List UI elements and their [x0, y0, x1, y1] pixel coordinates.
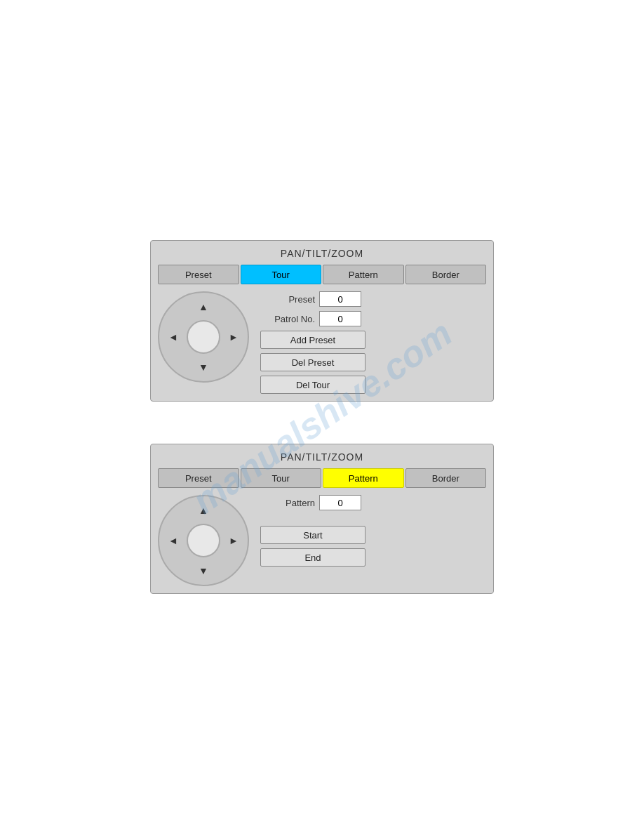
- tab-panel1-border[interactable]: Border: [405, 265, 487, 284]
- joystick-1: ▲ ▼ ◄ ►: [158, 291, 249, 383]
- del-tour-button[interactable]: Del Tour: [260, 376, 365, 394]
- arrow-left-2[interactable]: ◄: [163, 531, 183, 550]
- panel-2-title: PAN/TILT/ZOOM: [158, 451, 486, 463]
- panel-1-title: PAN/TILT/ZOOM: [158, 248, 486, 259]
- arrow-left-1[interactable]: ◄: [163, 327, 183, 347]
- joystick-2-outer: ▲ ▼ ◄ ►: [158, 495, 249, 586]
- preset-label: Preset: [260, 294, 315, 305]
- tab-panel2-tour[interactable]: Tour: [241, 468, 322, 488]
- joystick-1-outer: ▲ ▼ ◄ ►: [158, 291, 249, 383]
- panel-2-body: ▲ ▼ ◄ ► Pattern Start End: [158, 495, 486, 586]
- panel-2-controls: Pattern Start End: [260, 495, 486, 567]
- tab-panel1-pattern[interactable]: Pattern: [323, 265, 404, 284]
- arrow-up-2[interactable]: ▲: [194, 501, 213, 520]
- arrow-right-1[interactable]: ►: [224, 327, 243, 347]
- pattern-label: Pattern: [260, 498, 315, 508]
- joystick-1-inner: [187, 320, 220, 354]
- start-button[interactable]: Start: [260, 526, 365, 544]
- tab-panel1-preset[interactable]: Preset: [158, 265, 239, 284]
- arrow-down-2[interactable]: ▼: [194, 561, 213, 581]
- preset-field-row: Preset: [260, 291, 486, 307]
- tab-panel1-tour[interactable]: Tour: [241, 265, 322, 284]
- watermark: manualshive.com: [0, 0, 644, 834]
- joystick-2: ▲ ▼ ◄ ►: [158, 495, 249, 586]
- preset-input[interactable]: [319, 291, 361, 307]
- patrolno-input[interactable]: [319, 311, 361, 326]
- tab-panel2-pattern[interactable]: Pattern: [323, 468, 404, 488]
- tab-panel2-preset[interactable]: Preset: [158, 468, 239, 488]
- arrow-up-1[interactable]: ▲: [194, 297, 213, 317]
- panel-1-controls: Preset Patrol No. Add Preset Del Preset …: [260, 291, 486, 394]
- joystick-2-inner: [187, 524, 220, 557]
- end-button[interactable]: End: [260, 548, 365, 567]
- add-preset-button[interactable]: Add Preset: [260, 331, 365, 349]
- ptz-panel-1: PAN/TILT/ZOOM Preset Tour Pattern Border…: [150, 240, 494, 402]
- pattern-input[interactable]: [319, 495, 361, 510]
- patrolno-field-row: Patrol No.: [260, 311, 486, 326]
- arrow-right-2[interactable]: ►: [224, 531, 243, 550]
- arrow-down-1[interactable]: ▼: [194, 357, 213, 377]
- del-preset-button[interactable]: Del Preset: [260, 353, 365, 371]
- ptz-panel-2: PAN/TILT/ZOOM Preset Tour Pattern Border…: [150, 444, 494, 594]
- tab-panel2-border[interactable]: Border: [405, 468, 487, 488]
- panel-1-tab-row: Preset Tour Pattern Border: [158, 265, 486, 284]
- patrolno-label: Patrol No.: [260, 314, 315, 324]
- panel-2-tab-row: Preset Tour Pattern Border: [158, 468, 486, 488]
- panel-1-body: ▲ ▼ ◄ ► Preset Patrol No. Add Preset Del…: [158, 291, 486, 394]
- pattern-field-row: Pattern: [260, 495, 486, 510]
